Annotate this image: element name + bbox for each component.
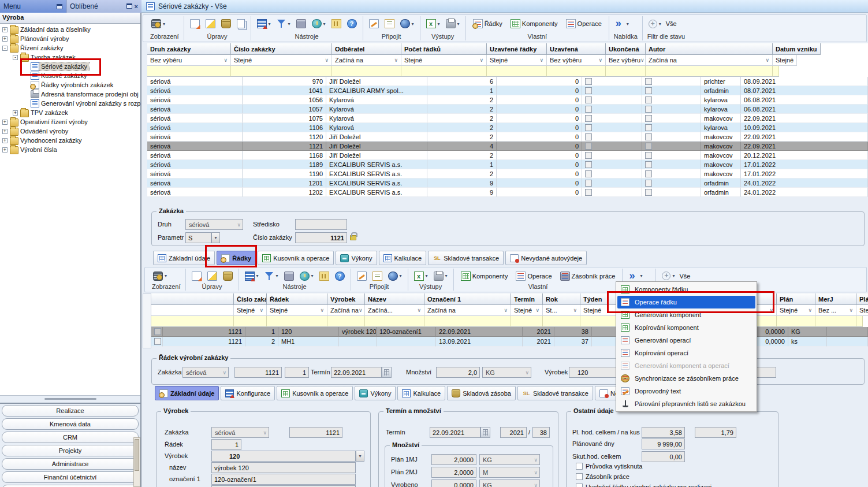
tree-expander-icon[interactable] bbox=[2, 27, 8, 32]
column-filter[interactable]: Bez ...∨ bbox=[815, 305, 856, 316]
menu-item-generovani-operaci[interactable]: Generování operací bbox=[617, 334, 755, 347]
order-row[interactable]: sériová 1120 Jiří Doležel 2 0 makovcov 2… bbox=[147, 132, 868, 142]
tab-vykony[interactable]: Výkony bbox=[336, 251, 377, 265]
uzavrena-checkbox[interactable] bbox=[585, 124, 592, 131]
status-filter-button[interactable] bbox=[661, 271, 676, 281]
filter-input-cell[interactable] bbox=[401, 66, 487, 77]
filter-input-cell[interactable] bbox=[856, 316, 863, 327]
view-button[interactable] bbox=[152, 271, 168, 281]
order-row[interactable]: sériová 1121 Jiří Doležel 4 0 makovcov 2… bbox=[147, 142, 868, 151]
tree-item-planovani-vyroby[interactable]: Plánování výroby bbox=[0, 34, 140, 43]
filter-input-cell[interactable] bbox=[547, 66, 606, 77]
tab-kalkulace[interactable]: Kalkulace bbox=[397, 386, 445, 400]
copy-button[interactable] bbox=[236, 18, 246, 29]
column-header[interactable]: MerJ bbox=[815, 293, 856, 305]
tree-item-tpv-zakazek[interactable]: TPV zakázek bbox=[0, 108, 140, 117]
tree-item-radky-vyrobnich-zakazek[interactable]: Řádky výrobních zakázek bbox=[0, 80, 140, 90]
filter-input-cell[interactable] bbox=[147, 66, 231, 77]
column-header[interactable]: Plán. množ. v bbox=[856, 293, 868, 305]
mj-combobox[interactable]: KG∨ bbox=[482, 367, 531, 378]
tab-zakladni-udaje[interactable]: Základní údaje bbox=[155, 386, 219, 400]
filter-input-cell[interactable] bbox=[332, 66, 401, 77]
pl-hod-na-kus-field[interactable]: 1,79 bbox=[695, 427, 736, 438]
new-button[interactable] bbox=[191, 271, 203, 281]
web-button[interactable] bbox=[387, 271, 403, 281]
filter-input-cell[interactable] bbox=[424, 316, 511, 327]
plan1-mj-combobox[interactable]: KG∨ bbox=[479, 454, 540, 465]
excel-button[interactable] bbox=[425, 18, 441, 29]
nabidka-button[interactable] bbox=[627, 271, 643, 281]
ukoncena-checkbox[interactable] bbox=[645, 161, 652, 168]
tree-expander-icon[interactable] bbox=[2, 129, 8, 134]
ukoncena-checkbox[interactable] bbox=[645, 106, 652, 113]
new-button[interactable] bbox=[189, 18, 201, 29]
ukoncena-checkbox[interactable] bbox=[645, 124, 652, 131]
zasobnik-prace-button[interactable]: Zásobník práce bbox=[558, 271, 618, 281]
tree-item-tvorba-zakazek[interactable]: Tvorba zakázek bbox=[0, 53, 140, 62]
sort-button[interactable] bbox=[256, 18, 272, 29]
tree-expander-icon[interactable] bbox=[2, 147, 8, 153]
radky-button[interactable]: Řádky bbox=[471, 18, 505, 29]
minimize-icon[interactable] bbox=[57, 4, 62, 9]
column-header[interactable]: Odběratel bbox=[332, 43, 401, 55]
help-button[interactable] bbox=[346, 18, 358, 29]
column-header[interactable] bbox=[151, 293, 234, 305]
vyrobek-spin-button[interactable]: ▾ bbox=[356, 451, 364, 462]
filter-input-cell[interactable] bbox=[777, 316, 815, 327]
column-header[interactable]: Autor bbox=[646, 43, 773, 55]
column-filter[interactable]: Stejné∨ bbox=[777, 305, 815, 316]
tab-kusovnik-a-operace[interactable]: Kusovník a operace bbox=[277, 386, 353, 400]
tree-item-operativni-rizeni[interactable]: Operativní řízení výroby bbox=[0, 117, 140, 127]
order-row[interactable]: sériová 1168 Jiří Doležel 2 0 makovcov 2… bbox=[147, 151, 868, 160]
column-filter[interactable]: Začíná na∨ bbox=[646, 55, 773, 66]
order-row[interactable]: sériová 1056 Kylarová 2 0 kylarova 06.08… bbox=[147, 95, 868, 105]
delete-button[interactable] bbox=[220, 18, 232, 29]
menu-item-kopirovani-operaci[interactable]: Kopírování operací bbox=[617, 347, 755, 359]
left-scrollbar[interactable] bbox=[133, 437, 140, 487]
ukoncena-checkbox[interactable] bbox=[645, 133, 652, 140]
tree-item-vyrobni-cisla[interactable]: Výrobní čísla bbox=[0, 145, 140, 154]
planovane-dny-field[interactable]: 9 999,00 bbox=[642, 438, 685, 449]
column-header[interactable]: Uzavřené řádky bbox=[487, 43, 547, 55]
plan1-field[interactable]: 2,0000 bbox=[431, 454, 476, 465]
order-row[interactable]: sériová 1189 EXCALIBUR SERVIS a.s. 1 0 m… bbox=[147, 160, 868, 169]
filter-input-cell[interactable] bbox=[234, 316, 267, 327]
line-checkbox[interactable] bbox=[154, 328, 161, 335]
uzavrena-checkbox[interactable] bbox=[585, 152, 592, 159]
column-filter[interactable]: Začíná na∨ bbox=[327, 305, 365, 316]
menu-item-komponenty-radku[interactable]: Komponenty řádku bbox=[617, 283, 755, 296]
column-filter[interactable]: Stejné∨ bbox=[856, 305, 868, 316]
settings-button[interactable] bbox=[318, 271, 330, 281]
tree-expander-icon[interactable] bbox=[2, 36, 8, 42]
tyden-field[interactable]: 38 bbox=[532, 427, 550, 438]
column-header[interactable]: Číslo zakázky bbox=[231, 43, 332, 55]
module-button-administrace[interactable]: Administrace bbox=[2, 458, 139, 470]
ukoncena-checkbox[interactable] bbox=[645, 143, 652, 150]
tree-item-rizeni-zakazky[interactable]: Řízení zakázky bbox=[0, 43, 140, 53]
tree-expander-icon[interactable] bbox=[13, 110, 18, 116]
tree-item-vyhodnoceni-zakazky[interactable]: Vyhodnocení zakázky bbox=[0, 136, 140, 145]
edit-button[interactable] bbox=[204, 18, 217, 29]
column-header[interactable]: Rok bbox=[543, 293, 580, 305]
column-filter[interactable]: Stejné∨ bbox=[773, 55, 797, 66]
column-filter[interactable]: Začíná na∨ bbox=[424, 305, 511, 316]
list-button[interactable] bbox=[371, 271, 383, 281]
column-header[interactable]: Datum vzniku bbox=[773, 43, 821, 55]
vyrobeno-mj-combobox[interactable]: KG∨ bbox=[479, 479, 540, 487]
tree-expander-icon[interactable] bbox=[2, 46, 8, 51]
filter-button[interactable] bbox=[275, 18, 292, 29]
menu-item-kopirovani-komponent[interactable]: Kopírování komponent bbox=[617, 321, 755, 334]
filter-input-cell[interactable] bbox=[327, 316, 365, 327]
summary-button[interactable] bbox=[295, 18, 307, 29]
cislo-zakazky-field[interactable]: 1121 bbox=[234, 367, 282, 378]
line-checkbox[interactable] bbox=[154, 338, 161, 345]
note-button[interactable] bbox=[356, 271, 368, 281]
column-header[interactable]: Ukončená bbox=[606, 43, 646, 55]
komponenty-button[interactable]: Komponenty bbox=[508, 18, 560, 29]
order-row[interactable]: sériová 970 Jiří Doležel 6 0 prichter 08… bbox=[147, 77, 868, 86]
tab-zakladni-udaje[interactable]: Základní údaje bbox=[153, 251, 215, 265]
ukoncena-checkbox[interactable] bbox=[645, 78, 652, 85]
tab-vykony[interactable]: Výkony bbox=[355, 386, 396, 400]
panel-splitter[interactable] bbox=[0, 395, 140, 403]
zakazka-combobox[interactable]: sériová∨ bbox=[182, 367, 229, 378]
